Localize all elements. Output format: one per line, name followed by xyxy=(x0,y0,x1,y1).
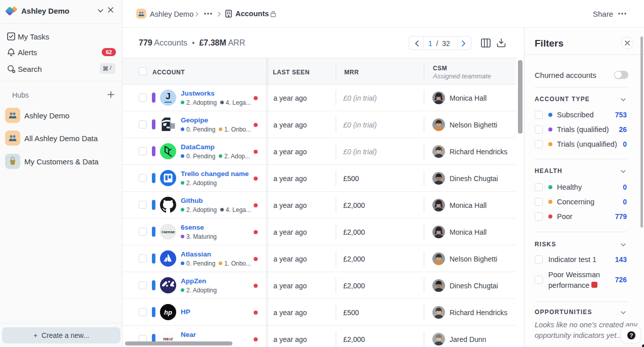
svg-text:hp: hp xyxy=(164,309,172,316)
